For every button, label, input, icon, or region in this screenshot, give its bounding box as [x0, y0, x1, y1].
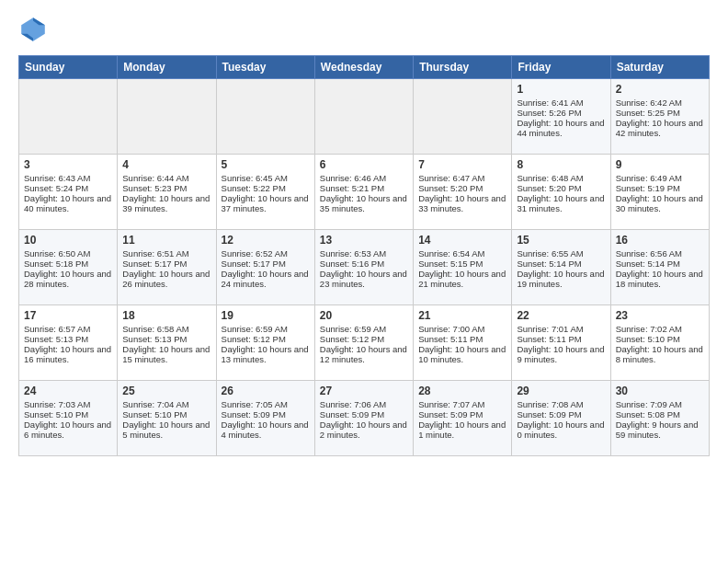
sunset-text: Sunset: 5:20 PM [418, 183, 483, 193]
sunset-text: Sunset: 5:13 PM [122, 334, 187, 344]
sunset-text: Sunset: 5:16 PM [320, 259, 384, 269]
col-header-saturday: Saturday [610, 56, 709, 79]
calendar-cell: 8Sunrise: 6:48 AMSunset: 5:20 PMDaylight… [512, 155, 610, 230]
sunrise-text: Sunrise: 7:08 AM [517, 399, 583, 409]
sunrise-text: Sunrise: 7:02 AM [616, 324, 682, 334]
calendar-cell [216, 79, 314, 155]
calendar-cell: 9Sunrise: 6:49 AMSunset: 5:19 PMDaylight… [610, 155, 709, 230]
sunset-text: Sunset: 5:11 PM [418, 334, 483, 344]
day-number: 17 [24, 309, 112, 322]
calendar-cell: 12Sunrise: 6:52 AMSunset: 5:17 PMDayligh… [216, 230, 314, 305]
sunset-text: Sunset: 5:19 PM [616, 183, 680, 193]
sunset-text: Sunset: 5:09 PM [222, 409, 286, 419]
sunrise-text: Sunrise: 6:48 AM [517, 173, 583, 183]
day-number: 6 [320, 158, 408, 171]
calendar-cell: 10Sunrise: 6:50 AMSunset: 5:18 PMDayligh… [19, 230, 118, 305]
sunset-text: Sunset: 5:25 PM [616, 108, 680, 118]
daylight-text: Daylight: 10 hours and 9 minutes. [517, 344, 604, 364]
sunset-text: Sunset: 5:17 PM [222, 259, 286, 269]
calendar-header: SundayMondayTuesdayWednesdayThursdayFrid… [19, 56, 710, 79]
day-number: 15 [517, 234, 605, 247]
header-row: SundayMondayTuesdayWednesdayThursdayFrid… [19, 56, 710, 79]
sunrise-text: Sunrise: 7:07 AM [418, 399, 484, 409]
sunset-text: Sunset: 5:22 PM [222, 183, 286, 193]
daylight-text: Daylight: 10 hours and 0 minutes. [517, 419, 604, 440]
header [18, 15, 710, 44]
calendar-cell: 19Sunrise: 6:59 AMSunset: 5:12 PMDayligh… [216, 305, 314, 381]
calendar-cell: 13Sunrise: 6:53 AMSunset: 5:16 PMDayligh… [314, 230, 413, 305]
sunset-text: Sunset: 5:10 PM [616, 334, 680, 344]
sunrise-text: Sunrise: 7:05 AM [222, 399, 288, 409]
calendar-cell: 1Sunrise: 6:41 AMSunset: 5:26 PMDaylight… [512, 79, 610, 155]
calendar-cell: 5Sunrise: 6:45 AMSunset: 5:22 PMDaylight… [216, 155, 314, 230]
calendar-cell [19, 79, 118, 155]
day-number: 24 [24, 385, 112, 397]
day-number: 18 [122, 309, 210, 322]
sunset-text: Sunset: 5:14 PM [517, 259, 581, 269]
day-number: 8 [517, 158, 605, 171]
sunset-text: Sunset: 5:10 PM [24, 409, 88, 419]
calendar-body: 1Sunrise: 6:41 AMSunset: 5:26 PMDaylight… [19, 79, 710, 456]
sunset-text: Sunset: 5:10 PM [122, 409, 187, 419]
calendar-cell: 28Sunrise: 7:07 AMSunset: 5:09 PMDayligh… [414, 381, 512, 456]
sunrise-text: Sunrise: 7:04 AM [122, 399, 188, 409]
day-number: 28 [418, 385, 506, 397]
calendar-cell: 30Sunrise: 7:09 AMSunset: 5:08 PMDayligh… [610, 381, 709, 456]
sunset-text: Sunset: 5:13 PM [24, 334, 88, 344]
sunrise-text: Sunrise: 7:06 AM [320, 399, 386, 409]
day-number: 20 [320, 309, 408, 322]
daylight-text: Daylight: 10 hours and 44 minutes. [517, 118, 604, 138]
page: SundayMondayTuesdayWednesdayThursdayFrid… [0, 0, 728, 465]
calendar-cell: 21Sunrise: 7:00 AMSunset: 5:11 PMDayligh… [414, 305, 512, 381]
calendar-cell: 17Sunrise: 6:57 AMSunset: 5:13 PMDayligh… [19, 305, 118, 381]
daylight-text: Daylight: 10 hours and 30 minutes. [616, 193, 703, 213]
day-number: 21 [418, 309, 506, 322]
daylight-text: Daylight: 10 hours and 33 minutes. [418, 193, 506, 213]
calendar-cell: 24Sunrise: 7:03 AMSunset: 5:10 PMDayligh… [19, 381, 118, 456]
sunrise-text: Sunrise: 7:03 AM [24, 399, 90, 409]
sunset-text: Sunset: 5:18 PM [24, 259, 88, 269]
calendar-cell: 11Sunrise: 6:51 AMSunset: 5:17 PMDayligh… [118, 230, 216, 305]
sunset-text: Sunset: 5:15 PM [418, 259, 483, 269]
svg-marker-0 [21, 17, 45, 41]
calendar-cell: 23Sunrise: 7:02 AMSunset: 5:10 PMDayligh… [610, 305, 709, 381]
calendar-table: SundayMondayTuesdayWednesdayThursdayFrid… [18, 55, 710, 456]
day-number: 14 [418, 234, 506, 247]
sunrise-text: Sunrise: 6:57 AM [24, 324, 90, 334]
calendar-cell: 4Sunrise: 6:44 AMSunset: 5:23 PMDaylight… [118, 155, 216, 230]
daylight-text: Daylight: 10 hours and 31 minutes. [517, 193, 604, 213]
day-number: 5 [222, 158, 310, 171]
daylight-text: Daylight: 10 hours and 19 minutes. [517, 269, 604, 289]
daylight-text: Daylight: 10 hours and 39 minutes. [122, 193, 210, 213]
sunset-text: Sunset: 5:17 PM [122, 259, 187, 269]
sunrise-text: Sunrise: 6:44 AM [122, 173, 188, 183]
sunset-text: Sunset: 5:09 PM [418, 409, 483, 419]
week-row-4: 24Sunrise: 7:03 AMSunset: 5:10 PMDayligh… [19, 381, 710, 456]
day-number: 1 [517, 83, 605, 96]
day-number: 10 [24, 234, 112, 247]
sunset-text: Sunset: 5:11 PM [517, 334, 581, 344]
daylight-text: Daylight: 9 hours and 59 minutes. [616, 419, 699, 440]
day-number: 22 [517, 309, 605, 322]
sunrise-text: Sunrise: 6:47 AM [418, 173, 484, 183]
sunrise-text: Sunrise: 6:49 AM [616, 173, 682, 183]
day-number: 12 [222, 234, 310, 247]
calendar-cell [118, 79, 216, 155]
daylight-text: Daylight: 10 hours and 13 minutes. [222, 344, 309, 364]
sunset-text: Sunset: 5:12 PM [320, 334, 384, 344]
sunset-text: Sunset: 5:24 PM [24, 183, 88, 193]
daylight-text: Daylight: 10 hours and 40 minutes. [24, 193, 111, 213]
week-row-0: 1Sunrise: 6:41 AMSunset: 5:26 PMDaylight… [19, 79, 710, 155]
day-number: 11 [122, 234, 210, 247]
sunrise-text: Sunrise: 6:50 AM [24, 248, 90, 259]
day-number: 26 [222, 385, 310, 397]
col-header-wednesday: Wednesday [314, 56, 413, 79]
daylight-text: Daylight: 10 hours and 24 minutes. [222, 269, 309, 289]
sunrise-text: Sunrise: 6:51 AM [122, 248, 188, 259]
day-number: 13 [320, 234, 408, 247]
sunset-text: Sunset: 5:20 PM [517, 183, 581, 193]
calendar-cell: 18Sunrise: 6:58 AMSunset: 5:13 PMDayligh… [118, 305, 216, 381]
calendar-cell: 6Sunrise: 6:46 AMSunset: 5:21 PMDaylight… [314, 155, 413, 230]
sunrise-text: Sunrise: 7:09 AM [616, 399, 682, 409]
sunrise-text: Sunrise: 7:00 AM [418, 324, 484, 334]
